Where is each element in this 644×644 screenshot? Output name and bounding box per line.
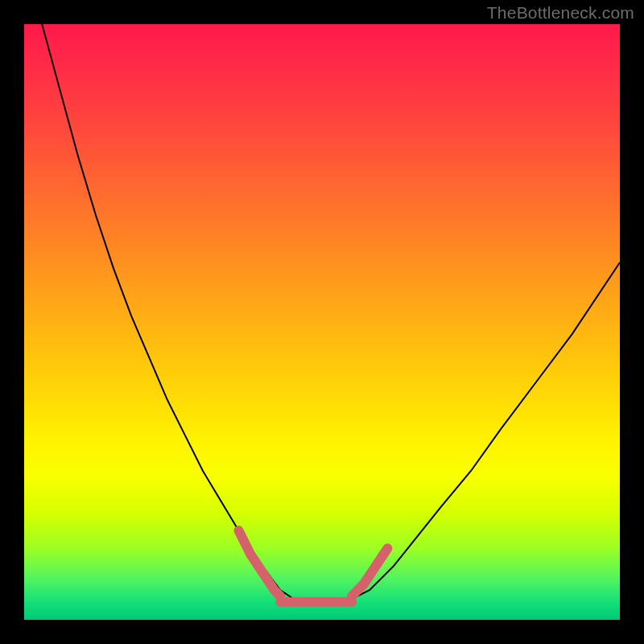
watermark-label: TheBottleneck.com [487, 3, 634, 23]
plot-area [24, 24, 620, 620]
series-optimal-segment-left [238, 530, 280, 596]
series-bottleneck-curve [42, 24, 620, 602]
chart-frame: TheBottleneck.com [0, 0, 644, 644]
series-optimal-segment-right [352, 548, 387, 596]
series-group [42, 24, 620, 602]
curve-svg [24, 24, 620, 620]
